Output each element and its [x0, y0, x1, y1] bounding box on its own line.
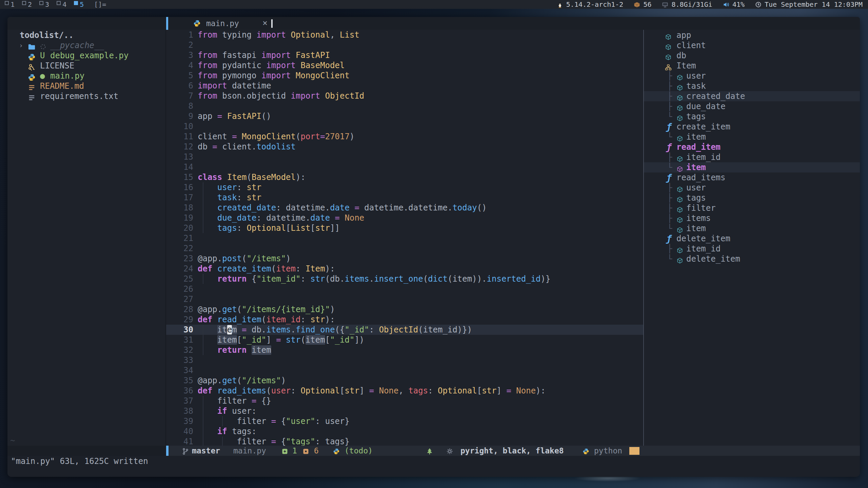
tree-connector: ├ [667, 213, 672, 223]
workspace-2[interactable]: 2 [22, 0, 32, 8]
code-line-34[interactable]: 34 [166, 365, 643, 375]
symbol-item_id[interactable]: ├item_id [644, 152, 860, 162]
workspace-1[interactable]: 1 [5, 0, 15, 8]
code-line-9[interactable]: 9app = FastAPI() [166, 111, 643, 121]
symbol-created_date[interactable]: ├created_date [644, 91, 860, 101]
symbol-label: task [686, 81, 706, 91]
symbol-task[interactable]: ├task [644, 81, 860, 91]
cube-icon [676, 257, 683, 264]
statusline: mastermain.py16(todo)pyright, black, fla… [166, 446, 860, 456]
code-line-41[interactable]: 41 filter = {"tags": tags} [166, 436, 643, 446]
code-line-4[interactable]: 4from pydantic import BaseModel [166, 60, 643, 70]
code-line-8[interactable]: 8 [166, 101, 643, 111]
code-line-36[interactable]: 36def read_items(user: Optional[str] = N… [166, 386, 643, 396]
symbol-label: filter [686, 203, 716, 213]
linters-label: pyright, black, flake8 [460, 446, 564, 455]
symbol-item[interactable]: └item [644, 162, 860, 172]
symbol-Item[interactable]: Item [644, 61, 860, 71]
file-item-README.md[interactable]: README.md [7, 81, 165, 91]
code-line-3[interactable]: 3from fastapi import FastAPI [166, 50, 643, 60]
workspace-4[interactable]: 4 [57, 0, 66, 8]
symbol-tags[interactable]: ├tags [644, 193, 860, 203]
code-line-1[interactable]: 1from typing import Optional, List [166, 30, 643, 40]
code-line-24[interactable]: 24def create_item(item: Item): [166, 264, 643, 274]
code-line-23[interactable]: 23@app.post("/items") [166, 253, 643, 264]
code-line-18[interactable]: 18 created_date: datetime.date = datetim… [166, 203, 643, 213]
module-memory: 8.8Gi/31Gi [662, 0, 712, 8]
code-line-17[interactable]: 17 task: str [166, 192, 643, 203]
file-item-LICENSE[interactable]: LICENSE [7, 61, 165, 71]
symbol-item[interactable]: └item [644, 132, 860, 142]
code-line-30[interactable]: 30 item = db.items.find_one({"_id": Obje… [166, 325, 643, 335]
code-line-29[interactable]: 29def read_item(item_id: str): [166, 314, 643, 325]
module-penguin-text: 5.14.2-arch1-2 [566, 0, 624, 8]
symbol-user[interactable]: ├user [644, 71, 860, 81]
code-line-16[interactable]: 16 user: str [166, 182, 643, 192]
code-line-21[interactable]: 21 [166, 233, 643, 243]
symbol-create_item[interactable]: ƒcreate_item [644, 122, 860, 132]
code-line-40[interactable]: 40 if tags: [166, 426, 643, 436]
code-line-39[interactable]: 39 filter = {"user": user} [166, 416, 643, 426]
code-line-22[interactable]: 22 [166, 243, 643, 253]
code-line-20[interactable]: 20 tags: Optional[List[str]] [166, 223, 643, 233]
symbol-item[interactable]: └item [644, 223, 860, 233]
code-line-26[interactable]: 26 [166, 284, 643, 294]
workspace-5[interactable]: 5 [74, 0, 84, 8]
symbol-user[interactable]: ├user [644, 183, 860, 193]
symbol-client[interactable]: client [644, 40, 860, 50]
line-number: 15 [166, 172, 193, 182]
file-item-main.py[interactable]: ●main.py [7, 71, 165, 81]
symbol-filter[interactable]: ├filter [644, 203, 860, 213]
code-line-38[interactable]: 38 if user: [166, 406, 643, 416]
line-number: 17 [166, 192, 193, 203]
file-item-debug_example.py[interactable]: Udebug_example.py [7, 50, 165, 61]
code-line-5[interactable]: 5from pymongo import MongoClient [166, 70, 643, 81]
symbol-items[interactable]: ├items [644, 213, 860, 223]
diff-modified-count: 6 [314, 446, 319, 455]
symbol-db[interactable]: db [644, 50, 860, 61]
code-line-32[interactable]: 32 return item [166, 345, 643, 355]
line-number: 13 [166, 152, 193, 162]
module-package: 56 [633, 0, 651, 8]
tab-main-py[interactable]: main.py × [168, 17, 280, 30]
code-line-19[interactable]: 19 due_date: datetime.date = None [166, 213, 643, 223]
code-line-7[interactable]: 7from bson.objectid import ObjectId [166, 91, 643, 101]
workspace-3[interactable]: 3 [39, 0, 49, 8]
code-line-15[interactable]: 15class Item(BaseModel): [166, 172, 643, 182]
module-penguin: 5.14.2-arch1-2 [556, 0, 624, 8]
function-icon: ƒ [666, 233, 672, 244]
code-line-37[interactable]: 37 filter = {} [166, 396, 643, 406]
statusline-filename: main.py [233, 446, 266, 455]
symbol-read_items[interactable]: ƒread_items [644, 172, 860, 183]
cube-icon [665, 34, 672, 40]
code-line-12[interactable]: 12db = client.todolist [166, 142, 643, 152]
explorer-root[interactable]: todolist/.. [7, 30, 165, 40]
code-line-2[interactable]: 2 [166, 40, 643, 50]
symbol-due_date[interactable]: ├due_date [644, 101, 860, 111]
code-line-33[interactable]: 33 [166, 355, 643, 365]
code-line-27[interactable]: 27 [166, 294, 643, 304]
code-line-28[interactable]: 28@app.get("/items/{item_id}") [166, 304, 643, 314]
code-line-31[interactable]: 31 item["_id"] = str(item["_id"]) [166, 335, 643, 345]
file-item-__pycache__[interactable]: ›__pycache__ [7, 40, 165, 50]
file-item-requirements.txt[interactable]: requirements.txt [7, 91, 165, 101]
symbol-read_item[interactable]: ƒread_item [644, 142, 860, 152]
cube-icon [676, 196, 683, 203]
symbol-tags[interactable]: └tags [644, 111, 860, 122]
code-line-35[interactable]: 35@app.get("/items") [166, 375, 643, 386]
close-icon[interactable]: × [262, 17, 268, 29]
code-line-13[interactable]: 13 [166, 152, 643, 162]
code-line-10[interactable]: 10 [166, 121, 643, 131]
file-name: debug_example.py [50, 50, 129, 61]
code-editor[interactable]: 1from typing import Optional, List23from… [166, 30, 643, 446]
code-line-25[interactable]: 25 return {"item_id": str(db.items.inser… [166, 274, 643, 284]
code-line-6[interactable]: 6import datetime [166, 81, 643, 91]
symbol-delete_item[interactable]: └delete_item [644, 254, 860, 264]
file-explorer: todolist/..›__pycache__Udebug_example.py… [7, 30, 165, 446]
symbol-delete_item[interactable]: ƒdelete_item [644, 233, 860, 244]
symbol-app[interactable]: app [644, 30, 860, 40]
code-line-14[interactable]: 14 [166, 162, 643, 172]
code-line-11[interactable]: 11client = MongoClient(port=27017) [166, 131, 643, 142]
symbol-label: tags [686, 193, 706, 203]
symbol-item_id[interactable]: ├item_id [644, 244, 860, 254]
